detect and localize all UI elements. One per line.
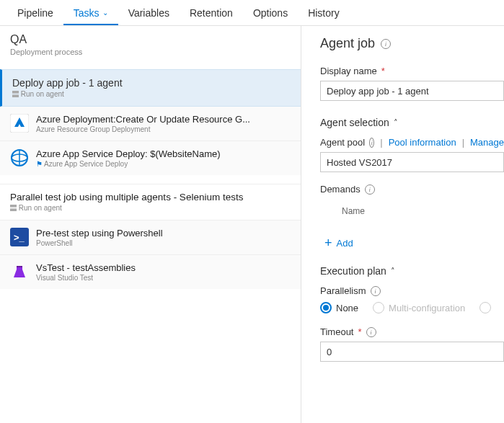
agent-pool-label: Agent pool (320, 137, 365, 148)
svg-rect-0 (12, 91, 19, 94)
task-sub: Azure Resource Group Deployment (36, 125, 250, 133)
info-icon[interactable]: i (369, 138, 374, 148)
task-sub: ⚑Azure App Service Deploy (36, 160, 221, 168)
tab-options[interactable]: Options (243, 0, 298, 25)
task-title: VsTest - testAssemblies (36, 262, 136, 273)
chevron-down-icon: ⌄ (102, 9, 108, 17)
server-icon (12, 91, 19, 99)
svg-text:>_: >_ (14, 232, 25, 243)
task-sub: PowerShell (36, 239, 163, 247)
radio-multi-configuration[interactable]: Multi-configuration (373, 302, 465, 313)
chevron-up-icon: ˄ (394, 118, 398, 128)
tab-variables[interactable]: Variables (118, 0, 180, 25)
stage-name: QA (10, 33, 291, 46)
group-sub: Run on agent (10, 204, 291, 213)
parallelism-label: Parallelism i (320, 285, 504, 296)
flag-icon: ⚑ (36, 160, 43, 168)
demands-label: Demands i (320, 184, 504, 195)
azure-icon (10, 114, 29, 133)
radio-none[interactable]: None (320, 302, 358, 313)
execution-plan-header[interactable]: Execution plan˄ (320, 265, 504, 277)
task-list-pane: QA Deployment process Deploy app job - 1… (0, 26, 301, 423)
task-title: Pre-test step using Powershell (36, 228, 163, 239)
task-azure-deployment[interactable]: Azure Deployment:Create Or Update Resour… (0, 107, 301, 141)
chevron-up-icon: ˄ (391, 267, 395, 276)
display-name-input[interactable] (320, 81, 504, 101)
server-icon (10, 205, 17, 213)
tab-history[interactable]: History (298, 0, 350, 25)
display-name-label: Display name* (320, 66, 504, 76)
vstest-icon (10, 262, 29, 281)
tab-tasks[interactable]: Tasks ⌄ (63, 0, 118, 25)
agent-job-group-2[interactable]: Parallel test job using multiple agents … (0, 184, 301, 221)
plus-icon: + (324, 236, 332, 249)
details-pane: Agent job i Display name* Agent selectio… (301, 26, 504, 423)
info-icon[interactable]: i (365, 184, 375, 195)
task-powershell[interactable]: >_ Pre-test step using Powershell PowerS… (0, 221, 301, 255)
stage-sub: Deployment process (10, 48, 291, 56)
agent-job-group-1[interactable]: Deploy app job - 1 agent Run on agent (0, 69, 301, 107)
tab-pipeline[interactable]: Pipeline (7, 0, 63, 25)
svg-rect-1 (12, 94, 19, 97)
demands-column-name: Name (320, 199, 504, 219)
powershell-icon: >_ (10, 228, 29, 246)
agent-pool-row: Agent pool i | Pool information | Manage (320, 137, 504, 148)
app-service-icon (10, 148, 29, 167)
task-sub: Visual Studio Test (36, 274, 136, 282)
task-vstest[interactable]: VsTest - testAssemblies Visual Studio Te… (0, 255, 301, 289)
svg-rect-10 (17, 266, 22, 267)
task-title: Azure Deployment:Create Or Update Resour… (36, 114, 250, 125)
task-title: Azure App Service Deploy: $(WebsiteName) (36, 148, 221, 159)
timeout-input[interactable] (320, 342, 504, 362)
svg-rect-6 (10, 205, 17, 208)
timeout-label: Timeout* i (320, 326, 504, 337)
group-title: Parallel test job using multiple agents … (10, 192, 291, 202)
agent-pool-select[interactable] (320, 152, 504, 172)
info-icon[interactable]: i (366, 327, 376, 337)
group-sub: Run on agent (12, 90, 291, 99)
stage-header[interactable]: QA Deployment process (0, 26, 301, 62)
panel-title: Agent job i (320, 36, 504, 51)
group-title: Deploy app job - 1 agent (12, 77, 291, 89)
task-app-service-deploy[interactable]: Azure App Service Deploy: $(WebsiteName)… (0, 141, 301, 175)
info-icon[interactable]: i (371, 286, 381, 296)
pool-information-link[interactable]: Pool information (389, 137, 456, 148)
info-icon[interactable]: i (381, 39, 391, 49)
tab-retention[interactable]: Retention (180, 0, 243, 25)
radio-partial[interactable] (479, 302, 498, 313)
tab-row: Pipeline Tasks ⌄ Variables Retention Opt… (0, 0, 504, 26)
agent-selection-header[interactable]: Agent selection˄ (320, 117, 504, 128)
svg-rect-7 (10, 208, 17, 211)
tab-tasks-label: Tasks (74, 7, 100, 19)
manage-link[interactable]: Manage (470, 137, 504, 148)
add-demand-button[interactable]: + Add (320, 236, 504, 249)
